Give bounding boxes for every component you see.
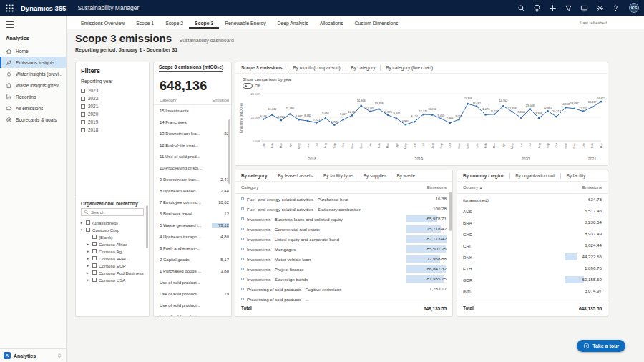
scrollbar[interactable] — [146, 205, 148, 248]
org-search-input[interactable] — [91, 210, 141, 215]
category-tab-by-waste[interactable]: By waste — [391, 173, 420, 178]
sidebar-item-waste-insights-previ[interactable]: Waste insights (previ... — [0, 79, 66, 91]
emissions-line-chart[interactable]: 0.00K10.00K20.00KEmissions (mtCO₂e)9,166… — [238, 89, 605, 164]
tab-deep-analysis[interactable]: Deep Analysis — [272, 18, 314, 29]
chart-tab-by-category[interactable]: By category — [346, 65, 381, 70]
sidebar-item-emissions-insights[interactable]: Emissions insights — [0, 57, 66, 68]
tree-item-contoso-eur[interactable]: ▸Contoso EUR — [76, 262, 149, 269]
checkbox[interactable] — [81, 89, 85, 93]
kpi-table-row[interactable]: 11 Use of sold prod... — [154, 151, 231, 162]
category-tab-by-leased-assets[interactable]: By leased assets — [273, 173, 318, 178]
country-row[interactable]: CRI6,624.44 — [457, 240, 608, 251]
toggle-switch[interactable] — [243, 83, 253, 89]
category-tab-by-facility-type[interactable]: By facility type — [318, 173, 358, 178]
checkbox[interactable] — [92, 278, 97, 282]
checkbox[interactable] — [92, 256, 97, 260]
kpi-table-row[interactable]: 12 End-of-life treat... — [154, 140, 231, 151]
category-row[interactable]: Investments - Sovereign bonds81,935.75 — [235, 274, 452, 284]
caret-icon[interactable]: ▸ — [86, 242, 90, 246]
kpi-table-row[interactable]: 6 Business travel12 — [154, 208, 231, 220]
category-row[interactable]: Investments - Listed equity and corporat… — [235, 234, 452, 244]
category-row[interactable]: Processing of sold products - Fugitive e… — [235, 284, 452, 294]
chart-tab-by-category-line-chart[interactable]: By category (line chart) — [381, 65, 438, 70]
country-row[interactable]: DNK44,222.66 — [457, 251, 608, 263]
kpi-table-row[interactable]: Use of sold product... — [154, 300, 231, 311]
kpi-col-category[interactable]: Category — [160, 98, 212, 102]
checkbox[interactable] — [92, 249, 97, 253]
country-row[interactable]: CHE8,937.49 — [457, 228, 608, 240]
filter-year-2018[interactable]: 2018 — [76, 126, 149, 134]
caret-icon[interactable]: ▾ — [79, 228, 84, 232]
kpi-col-emission[interactable]: Emission — [212, 98, 229, 102]
tree-item-contoso-africa[interactable]: ▸Contoso Africa — [76, 240, 149, 248]
sidebar-item-water-insights-previ[interactable]: Water insights (previ... — [0, 68, 66, 79]
kpi-table-row[interactable]: 13 Downstream lea...32 — [154, 128, 231, 140]
hamburger-menu-icon[interactable] — [6, 21, 14, 28]
category-row[interactable]: Investments - Commercial real estate75,7… — [235, 224, 452, 234]
search-icon[interactable] — [517, 4, 525, 12]
category-row[interactable]: Fuel- and energy-related activities - Pu… — [235, 194, 452, 204]
checkbox[interactable] — [92, 270, 97, 275]
category-row[interactable]: Investments - Project finance86,847.32 — [235, 264, 452, 274]
caret-icon[interactable]: ▸ — [86, 278, 90, 282]
country-row[interactable]: AUS6,517.46 — [457, 205, 608, 217]
checkbox[interactable] — [92, 263, 97, 268]
tab-emissions-overview[interactable]: Emissions Overview — [75, 18, 130, 29]
kpi-table-row[interactable]: 1 Purchased goods ...3,88 — [154, 265, 231, 277]
scrollbar[interactable] — [449, 192, 452, 231]
checkbox[interactable] — [86, 228, 90, 232]
tab-allocations[interactable]: Allocations — [314, 18, 349, 29]
tree-item-contoso-usa[interactable]: ▸Contoso USA — [76, 276, 149, 283]
kpi-table-row[interactable]: 9 Downstream tran...2,41 — [154, 174, 231, 185]
lightbulb-icon[interactable] — [533, 4, 541, 12]
app-name[interactable]: Sustainability Manager — [77, 4, 139, 11]
caret-icon[interactable]: ▸ — [79, 220, 84, 225]
checkbox[interactable] — [81, 97, 85, 101]
chart-tab-scope-3-emissions[interactable]: Scope 3 emissions — [241, 65, 288, 72]
avatar[interactable]: KS — [629, 3, 639, 13]
filter-year-2019[interactable]: 2019 — [76, 118, 149, 126]
scrollbar[interactable] — [228, 119, 230, 184]
kpi-card-tab[interactable]: Scope 3 emissions (mtCO₂e) — [159, 64, 223, 72]
col-country[interactable]: Country▲ — [463, 185, 565, 190]
sidebar-item-scorecards-goals[interactable]: Scorecards & goals — [0, 114, 66, 125]
filter-year-2023[interactable]: 2023 — [76, 87, 149, 94]
tree-item-contoso-pod-business[interactable]: ▸Contoso Pod Business — [76, 269, 149, 276]
brand-dynamics-365[interactable]: Dynamics 365 — [21, 4, 66, 12]
tab-scope-3[interactable]: Scope 3 — [189, 18, 219, 29]
filter-year-2022[interactable]: 2022 — [76, 94, 149, 102]
country-row[interactable]: (unassigned)634.73 — [457, 194, 608, 205]
country-row[interactable]: ETH1,896.76 — [457, 263, 608, 274]
category-tab-by-supplier[interactable]: By supplier — [358, 173, 391, 178]
kpi-table-row[interactable]: Use of sold product... — [154, 277, 231, 288]
kpi-table-row[interactable]: 14 Franchises — [154, 117, 231, 128]
sidebar-item-all-emissions[interactable]: All emissions — [0, 102, 66, 114]
kpi-table-row[interactable]: 10 Processing of sol... — [154, 162, 231, 174]
kpi-table-row[interactable]: 4 Upstream transpo...4,80 — [154, 231, 231, 243]
filter-year-2021[interactable]: 2021 — [76, 102, 149, 110]
kpi-table-row[interactable]: Use of sold product... — [154, 311, 231, 317]
country-tab-by-facility[interactable]: By facility — [561, 173, 590, 178]
tree-item-contoso-apac[interactable]: ▸Contoso APAC — [76, 255, 149, 262]
area-switcher[interactable]: A Analytics — [0, 348, 66, 362]
checkbox[interactable] — [86, 220, 90, 225]
tab-scope-1[interactable]: Scope 1 — [130, 18, 160, 29]
sidebar-item-reporting[interactable]: Reporting — [0, 91, 66, 102]
settings-icon[interactable] — [596, 4, 604, 12]
tree-item-blank[interactable]: ▸(Blank) — [76, 233, 149, 240]
category-row[interactable]: Investments - Motor vehicle loan72,958.8… — [235, 254, 452, 264]
filter-icon[interactable] — [565, 4, 572, 12]
help-icon[interactable] — [612, 4, 620, 12]
chart-tab-by-month-comparison[interactable]: By month (comparison) — [288, 65, 346, 70]
col-emissions[interactable]: Emissions — [565, 184, 602, 191]
kpi-table-row[interactable]: Use of sold product...19 — [154, 288, 231, 300]
comparison-toggle[interactable]: Off — [243, 83, 260, 89]
caret-icon[interactable]: ▸ — [86, 256, 90, 260]
category-row[interactable]: Investments - Business loans and unliste… — [235, 214, 452, 224]
kpi-table-row[interactable]: 3 Fuel- and energy-... — [154, 243, 231, 254]
category-tab-by-category[interactable]: By category — [241, 173, 273, 180]
take-a-tour-button[interactable]: Take a tour — [577, 340, 625, 352]
country-tab-by-country-region[interactable]: By country / region — [463, 173, 509, 180]
tree-item-contoso-corp[interactable]: ▾Contoso Corp — [76, 226, 149, 233]
country-row[interactable]: IND3,074.97 — [457, 285, 608, 297]
